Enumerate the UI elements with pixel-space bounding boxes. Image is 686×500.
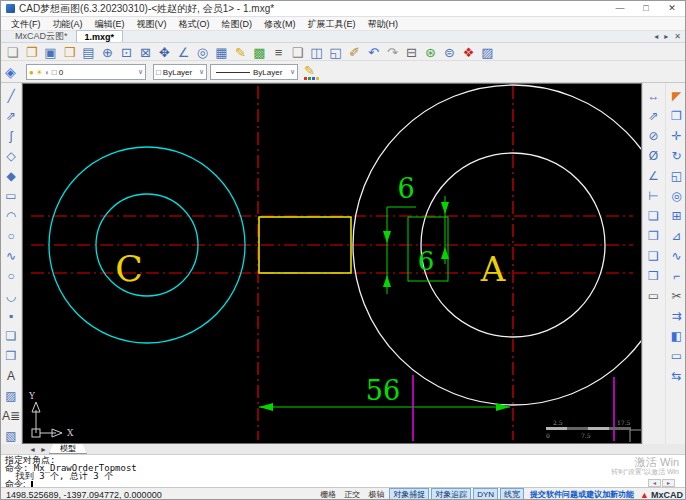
status-toggle[interactable]: 对象捕捉	[389, 488, 429, 500]
toolbar-icon-linetype-list[interactable]: ≡	[269, 43, 288, 61]
dim-icon-dim-diameter[interactable]: ⊘	[645, 126, 663, 146]
draw-icon-ellipse[interactable]: ○	[2, 266, 20, 286]
menu-item[interactable]: 文件(F)	[5, 17, 47, 31]
status-toggle[interactable]: DYN	[473, 488, 498, 500]
modify-icon-pedit[interactable]: ▭	[668, 346, 686, 366]
modify-icon-move[interactable]: ✛	[668, 126, 686, 146]
toolbar-icon-zoom-window[interactable]: ⊡	[117, 43, 136, 61]
draw-icon-block-create[interactable]: ❏	[2, 326, 20, 346]
window-control-close[interactable]: ✕	[659, 1, 685, 16]
toolbar-icon-web-share[interactable]: ⊜	[440, 43, 459, 61]
draw-icon-mtext[interactable]: A≣	[2, 406, 20, 426]
dim-icon-dim-edit[interactable]: ▭	[645, 286, 663, 306]
tabbar-control-scroll-left[interactable]: ◂	[651, 31, 661, 43]
toolbar-icon-redo[interactable]: ↷	[383, 43, 402, 61]
draw-icon-rectangle[interactable]: ▭	[2, 186, 20, 206]
layout-nav-next-layout[interactable]: ►	[38, 446, 49, 453]
linetype-select[interactable]: ByLayer ∨	[210, 64, 298, 80]
draw-icon-circle[interactable]: ○	[2, 226, 20, 246]
toolbar-icon-open-folder[interactable]: ❒	[60, 43, 79, 61]
dim-icon-dim-baseline[interactable]: ⊢	[645, 186, 663, 206]
toolbar-icon-layer-manager[interactable]: ▦	[212, 43, 231, 61]
dim-56-text[interactable]: 56	[366, 375, 400, 406]
toolbar-icon-measure[interactable]: ∠	[174, 43, 193, 61]
draw-icon-arc[interactable]: ◠	[2, 206, 20, 226]
modify-icon-scale[interactable]: ◱	[668, 166, 686, 186]
modify-icon-chamfer[interactable]: ⌐	[668, 266, 686, 286]
menu-item[interactable]: 帮助(H)	[362, 17, 405, 31]
toolbar-icon-layout-settings[interactable]: ◫	[307, 43, 326, 61]
status-toggle[interactable]: 正交	[341, 489, 363, 500]
document-tab[interactable]: 1.mxg*	[76, 30, 124, 42]
toolbar-icon-undo[interactable]: ↶	[364, 43, 383, 61]
draw-icon-point[interactable]: ▪	[2, 306, 20, 326]
toolbar-icon-new-file[interactable]: ❏	[3, 43, 22, 61]
modify-icon-join[interactable]: ⇆	[668, 366, 686, 386]
document-tab[interactable]: MxCAD云图*	[7, 30, 76, 42]
modify-icon-explode[interactable]: ◧	[668, 326, 686, 346]
dim-icon-dim-radius[interactable]: Ø	[645, 146, 663, 166]
drawing-svg[interactable]: 6 6 56 C A Y X	[23, 84, 641, 442]
toolbar-icon-publish-web[interactable]: ⊛	[421, 43, 440, 61]
toolbar-icon-save[interactable]: ▣	[41, 43, 60, 61]
layers-stack-icon[interactable]: ◈	[5, 63, 16, 81]
dim-icon-dim-style-3[interactable]: ❑	[645, 246, 663, 266]
toolbar-icon-save-as[interactable]: ▤	[79, 43, 98, 61]
modify-icon-mirror[interactable]: ⊿	[668, 226, 686, 246]
draw-icon-line[interactable]: ╱	[2, 86, 20, 106]
model-tab[interactable]: 模型	[49, 444, 87, 454]
toolbar-icon-zoom-object[interactable]: ◎	[193, 43, 212, 61]
toolbar-icon-print[interactable]: ⊟	[402, 43, 421, 61]
dim-6-top-text[interactable]: 6	[397, 173, 414, 204]
modify-icon-offset[interactable]: ◎	[668, 186, 686, 206]
modify-icon-array[interactable]: ⊞	[668, 206, 686, 226]
status-toggle[interactable]: 线宽	[500, 488, 524, 500]
layer-select[interactable]: ●☀◐□ 0 ∨	[26, 64, 146, 80]
drawing-canvas[interactable]: 6 6 56 C A Y X	[22, 83, 642, 444]
draw-icon-polygon[interactable]: ◇	[2, 146, 20, 166]
menu-item[interactable]: 修改(M)	[258, 17, 302, 31]
status-toggle[interactable]: 极轴	[365, 489, 387, 500]
modify-icon-trim[interactable]: ✂	[668, 286, 686, 306]
toolbar-icon-edit-attributes[interactable]: ✐	[345, 43, 364, 61]
label-a[interactable]: A	[480, 249, 506, 289]
command-prompt-line[interactable]: 命令:	[5, 480, 686, 488]
toolbar-icon-pan[interactable]: ✥	[155, 43, 174, 61]
toolbar-icon-color-palette[interactable]: ▩	[250, 43, 269, 61]
status-toggle[interactable]: 对象追踪	[431, 488, 471, 500]
modify-icon-extend[interactable]: ⇉	[668, 306, 686, 326]
modify-icon-rotate[interactable]: ↻	[668, 146, 686, 166]
toolbar-icon-open-drawing[interactable]: ❐	[22, 43, 41, 61]
toolbar-icon-block-library[interactable]: ❑	[288, 43, 307, 61]
menu-item[interactable]: 扩展工具(E)	[302, 17, 362, 31]
command-panel[interactable]: 指定对角点:命令: Mx_DrawOrderTopmost 找到 3 个, 总计…	[1, 455, 686, 488]
toolbar-icon-export-pdf[interactable]: ❖	[459, 43, 478, 61]
command-scroll-button-scroll-left[interactable]: ◂	[648, 479, 661, 487]
draw-icon-block-insert[interactable]: ❐	[2, 346, 20, 366]
draw-icon-polyline[interactable]: ʃ	[2, 126, 20, 146]
draworder-pencil-icon[interactable]: ✎	[304, 63, 315, 78]
menu-item[interactable]: 功能(A)	[47, 17, 89, 31]
draw-icon-ellipse-arc[interactable]: ◡	[2, 286, 20, 306]
dim-icon-dim-style-4[interactable]: ❒	[645, 266, 663, 286]
modify-icon-copy[interactable]: ❐	[668, 106, 686, 126]
dim-icon-dim-aligned[interactable]: ⇗	[645, 106, 663, 126]
draw-icon-polygon-inscribed[interactable]: ◆	[2, 166, 20, 186]
dim-icon-dim-linear[interactable]: ↔	[645, 86, 663, 106]
status-toggle[interactable]: 栅格	[317, 489, 339, 500]
tabbar-control-scroll-right[interactable]: ▸	[661, 31, 671, 43]
label-c[interactable]: C	[115, 248, 143, 289]
window-control-minimize[interactable]: —	[607, 1, 633, 16]
dim-6-bottom-text[interactable]: 6	[418, 246, 435, 276]
modify-icon-erase[interactable]: ◤	[668, 86, 686, 106]
window-control-maximize[interactable]: □	[633, 1, 659, 16]
toolbar-icon-insert-image[interactable]: ▨	[478, 43, 497, 61]
toolbar-icon-draw-tool[interactable]: ✎	[231, 43, 250, 61]
dim-icon-dim-style-2[interactable]: ❐	[645, 226, 663, 246]
draw-icon-construction-line[interactable]: ⇗	[2, 106, 20, 126]
dim-icon-dim-style-1[interactable]: ❏	[645, 206, 663, 226]
toolbar-icon-zoom-extents[interactable]: ⊠	[136, 43, 155, 61]
menu-item[interactable]: 格式(O)	[173, 17, 216, 31]
toolbar-icon-selection[interactable]: ◱	[326, 43, 345, 61]
color-select[interactable]: □ ByLayer ∨	[153, 64, 207, 80]
